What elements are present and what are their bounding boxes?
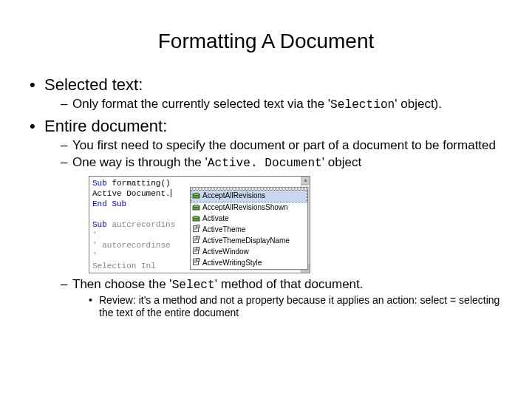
text: One way is through the ' [72,155,208,169]
text: ' method of that document. [215,277,364,291]
property-icon [192,247,200,258]
intellisense-item-label: Activate [202,214,229,224]
svg-rect-15 [197,247,200,250]
method-icon [192,191,200,202]
code-select: Select [172,279,215,292]
sub-bullet: Then choose the 'Select' method of that … [61,276,510,320]
kw-sub: Sub [92,179,107,188]
intellisense-item[interactable]: AcceptAllRevisionsShown [191,202,307,214]
code-text: Active Document. [92,189,171,198]
svg-point-3 [193,205,200,207]
code-activedocument: Active. Document [208,157,322,170]
svg-rect-11 [197,236,200,239]
kw-sub: Sub [112,200,126,208]
property-icon [192,225,200,236]
sub-bullet: Only format the currently selected text … [61,96,510,112]
kw-end: End [92,200,107,208]
method-icon [192,214,200,225]
bullet-heading: Entire document: [44,117,167,135]
property-icon [192,236,200,247]
intellisense-item-label: ActiveTheme [202,225,245,235]
sub-bullet: One way is through the 'Active. Document… [61,154,510,171]
code-text: formatting() [107,179,171,188]
intellisense-item-label: ActiveThemeDisplayName [202,236,290,246]
text: Only format the currently selected text … [72,97,330,111]
bullet-selected-text: Selected text: Only format the currently… [30,75,510,112]
sub-bullet: You first need to specify the document o… [61,137,510,153]
intellisense-item-label: ActiveWritingStyle [202,258,262,268]
intellisense-item[interactable]: Activate [191,214,307,225]
intellisense-item[interactable]: AcceptAllRevisions [191,190,307,202]
text-cursor [171,189,171,197]
sub-sub-bullet: Review: it's a method and not a property… [89,294,510,320]
intellisense-item-label: AcceptAllRevisionsShown [202,202,288,213]
intellisense-item-label: ActiveWindow [202,247,249,257]
bullet-heading: Selected text: [44,75,143,94]
intellisense-item-label: AcceptAllRevisions [202,191,265,201]
intellisense-dropdown[interactable]: AcceptAllRevisionsAcceptAllRevisionsShow… [190,187,308,270]
intellisense-item[interactable]: ActiveTheme [191,225,307,236]
code-selection: Selection [330,98,395,112]
svg-point-1 [193,193,200,195]
svg-point-5 [193,216,200,218]
vba-editor-screenshot: Sub formatting() Active Document. End Su… [89,176,310,273]
intellisense-item[interactable]: ActiveThemeDisplayName [191,236,307,247]
text: ' object). [395,97,442,111]
kw-sub: Sub [92,220,107,229]
text: Then choose the ' [72,277,172,291]
intellisense-item[interactable]: ActiveWritingStyle [191,258,307,269]
bullet-entire-document: Entire document: You first need to speci… [30,117,510,320]
intellisense-item[interactable]: ActiveWindow [191,247,307,258]
slide-title: Formatting A Document [22,30,510,53]
text: ' object [322,155,361,169]
property-icon [192,258,200,269]
svg-rect-7 [197,225,200,228]
method-icon [192,202,200,214]
svg-rect-19 [197,258,200,261]
code-text: autcrecordins [107,220,175,229]
